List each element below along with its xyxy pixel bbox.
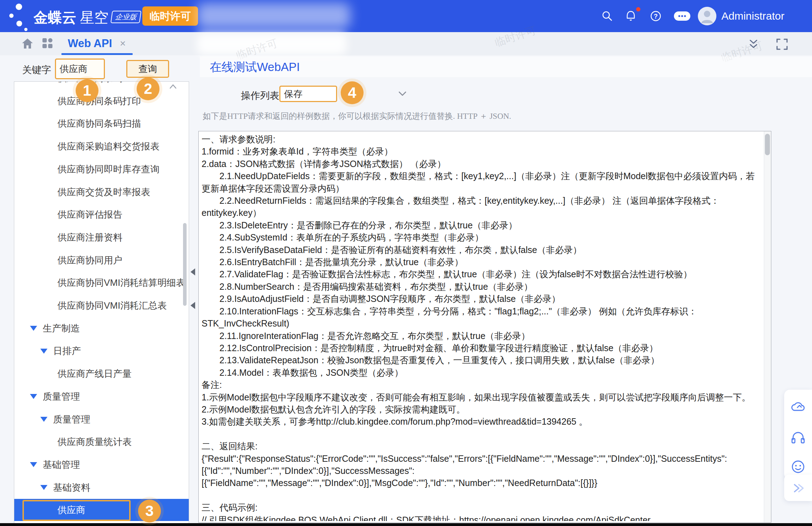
tree-item[interactable]: 供应商协同条码	[14, 81, 189, 90]
tree-item[interactable]: 供应商协同条码打印	[14, 90, 189, 112]
search-icon[interactable]	[601, 10, 614, 22]
home-icon[interactable]	[21, 37, 34, 51]
expand-triangle-icon[interactable]	[40, 417, 47, 422]
tab-bar: Web API ×	[0, 32, 812, 55]
tree-item[interactable]: 供应商质量统计表	[14, 431, 189, 453]
tree-item-label: 供应商协同条码扫描	[57, 117, 141, 130]
tab-close-icon[interactable]: ×	[120, 38, 126, 49]
tree-item-label: 供应商协同即时库存查询	[57, 163, 159, 176]
tree-item[interactable]: 生产制造	[14, 317, 189, 340]
tab-web-api[interactable]: Web API	[68, 37, 112, 50]
top-header-bar: 金蝶云星空 企业版 临时许可 ?	[0, 0, 812, 32]
tree-item-label: 供应商交货及时率报表	[57, 186, 150, 198]
tree-item[interactable]: 供应商协同用户	[14, 249, 189, 272]
app-grid-icon[interactable]	[41, 37, 54, 49]
tree-item[interactable]: 供应商协同条码扫描	[14, 112, 189, 135]
tree-item-label: 供应商评估报告	[57, 208, 122, 221]
logo-dot	[16, 4, 22, 10]
doc-scrollbar-track[interactable]	[764, 131, 771, 522]
api-tree-panel: 供应商协同条码供应商协同条码打印供应商协同条码扫描供应商采购追料交货报表供应商协…	[14, 81, 189, 524]
collapse-panel-arrow-icon[interactable]	[191, 302, 195, 309]
logo-dot	[24, 28, 27, 31]
tree-item[interactable]: 质量管理	[14, 408, 189, 431]
annotation-box-selected-item	[22, 500, 131, 521]
action-list-label: 操作列表	[241, 89, 279, 102]
help-icon[interactable]: ?	[649, 10, 662, 22]
expand-triangle-icon[interactable]	[40, 349, 47, 354]
tree-item-label: 质量管理	[43, 390, 80, 403]
smiley-feedback-icon[interactable]	[790, 458, 807, 475]
tree-item-label: 基础资料	[53, 481, 90, 494]
tree-item-label: 生产制造	[43, 322, 80, 335]
tree-item[interactable]: 基础管理	[14, 454, 189, 476]
tree-item-label: 供应商采购追料交货报表	[57, 140, 159, 153]
tree-item-label: 供应商质量统计表	[57, 436, 132, 448]
logo-secondary-text: 星空	[80, 10, 108, 25]
logo-dot	[16, 21, 22, 26]
annotation-step-2: 2	[137, 77, 159, 100]
keyword-input[interactable]	[55, 59, 105, 79]
keyword-label: 关键字	[22, 64, 51, 76]
tree-item-label: 供应商注册资料	[57, 231, 122, 244]
tree-item[interactable]: 供应商采购追料交货报表	[14, 135, 189, 158]
fullscreen-icon[interactable]	[775, 37, 789, 51]
tree-item-label: 供应商协同VMI消耗结算明细表	[57, 277, 185, 289]
tree-item[interactable]: 基础资料	[14, 476, 189, 499]
expand-triangle-icon[interactable]	[30, 326, 37, 331]
tree-item-label: 供应商产线日产量	[57, 368, 132, 380]
cloud-icon[interactable]	[790, 399, 807, 416]
screen-bottom-edge	[0, 523, 812, 526]
api-doc-textarea[interactable]: 一、请求参数说明: 1.formid：业务对象表单Id，字符串类型（必录） 2.…	[198, 131, 771, 523]
tree-item[interactable]: 供应商协同VMI消耗汇总表	[14, 294, 189, 317]
annotation-step-3: 3	[138, 500, 161, 522]
active-tab-underline	[61, 53, 133, 55]
tree-item[interactable]: 供应商注册资料	[14, 226, 189, 249]
blurred-highlight	[197, 33, 347, 55]
logo-dot	[9, 14, 14, 18]
tree-item[interactable]: 供应商评估报告	[14, 203, 189, 226]
tree-item[interactable]: 供应商产线日产量	[14, 363, 189, 385]
app-window: 金蝶云星空 企业版 临时许可 ?	[0, 0, 812, 526]
logo-primary-text: 金蝶云	[34, 10, 76, 25]
tree-item-label: 供应商协同用户	[57, 254, 122, 267]
headset-icon[interactable]	[790, 429, 807, 446]
expand-triangle-icon[interactable]	[30, 394, 37, 399]
chevron-down-icon[interactable]	[395, 86, 410, 101]
collapse-panel-arrow-icon[interactable]	[191, 268, 195, 275]
page-title: 在线测试WebAPI	[210, 59, 300, 75]
collapse-tabs-icon[interactable]	[746, 37, 761, 51]
tree-item-label: 供应商协同条码打印	[57, 95, 141, 107]
annotation-step-4: 4	[341, 81, 364, 104]
tree-item-label: 供应商协同VMI消耗汇总表	[57, 299, 167, 312]
sample-description: 如下是HTTP请求和返回的样例数据，你可以根据实际情况进行值替换. HTTP ＋…	[203, 111, 511, 122]
more-options-icon[interactable]	[673, 10, 691, 22]
expand-triangle-icon[interactable]	[30, 462, 37, 467]
query-button[interactable]: 查询	[126, 60, 169, 78]
tree-scrollbar-thumb[interactable]	[183, 223, 187, 306]
svg-text:?: ?	[654, 13, 658, 20]
notification-badge-dot	[636, 7, 640, 11]
api-doc-text: 一、请求参数说明: 1.formid：业务对象表单Id，字符串类型（必录） 2.…	[202, 133, 762, 521]
tree-item[interactable]: 供应商协同即时库存查询	[14, 158, 189, 181]
tree-item-label: 质量管理	[53, 413, 90, 426]
tree-item[interactable]: 日排产	[14, 340, 189, 362]
blurred-window-title	[197, 3, 350, 29]
scroll-up-caret-icon[interactable]	[168, 82, 178, 91]
edition-badge: 企业版	[111, 11, 142, 23]
expand-triangle-icon[interactable]	[40, 485, 47, 490]
username-label[interactable]: Administrator	[721, 10, 785, 22]
collapse-dock-icon[interactable]	[790, 480, 807, 497]
tree-item-label: 日排产	[53, 345, 81, 357]
doc-scrollbar-thumb[interactable]	[765, 134, 770, 155]
annotation-step-1: 1	[76, 79, 98, 102]
app-logo: 金蝶云星空	[34, 8, 108, 27]
notification-bell-icon[interactable]	[624, 10, 637, 22]
tree-item-label: 基础管理	[43, 459, 80, 471]
tree-item[interactable]: 供应商协同VMI消耗结算明细表	[14, 272, 189, 294]
action-list-combobox[interactable]	[279, 86, 337, 102]
tree-item[interactable]: 质量管理	[14, 385, 189, 408]
license-badge: 临时许可	[142, 6, 198, 26]
avatar[interactable]	[698, 7, 716, 25]
tree-item[interactable]: 供应商交货及时率报表	[14, 181, 189, 203]
